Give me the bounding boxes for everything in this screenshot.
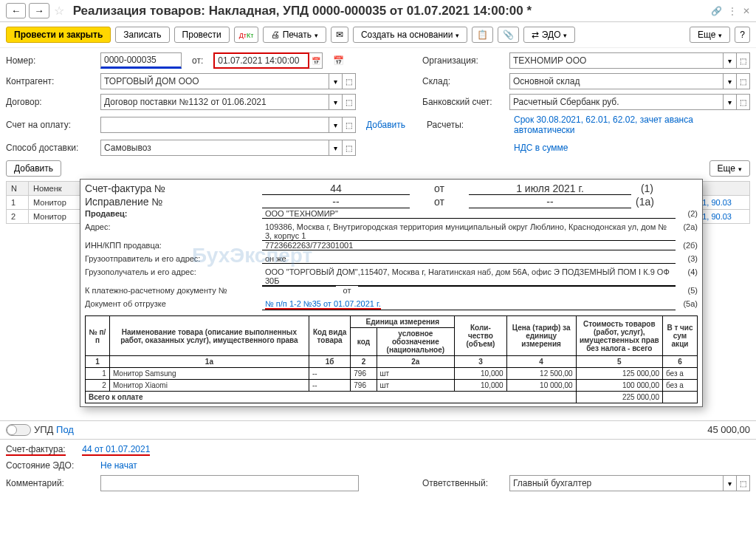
calc-link[interactable]: Срок 30.08.2021, 62.01, 62.02, зачет ава… xyxy=(514,115,750,135)
warehouse-open[interactable]: ⬚ xyxy=(737,73,750,89)
print-button[interactable]: 🖨 Печать▾ xyxy=(263,27,326,43)
vat-link[interactable]: НДС в сумме xyxy=(514,143,750,153)
counterparty-open[interactable]: ⬚ xyxy=(343,73,356,89)
calc-label: Расчеты: xyxy=(427,120,508,130)
warehouse-dropdown[interactable]: ▾ xyxy=(724,73,737,89)
bank-dropdown[interactable]: ▾ xyxy=(724,94,737,110)
write-button[interactable]: Записать xyxy=(115,27,169,43)
calendar2-icon[interactable]: 📅 xyxy=(333,55,344,66)
contract-dropdown[interactable]: ▾ xyxy=(329,94,343,110)
from-label: от: xyxy=(192,55,203,66)
add-link[interactable]: Добавить xyxy=(366,120,405,130)
col-n: N xyxy=(7,182,29,196)
page-title: Реализация товаров: Накладная, УПД 0000-… xyxy=(73,4,711,18)
payment-label: К платежно-расчетному документу № xyxy=(85,286,262,295)
sf-label: Счет-фактура: xyxy=(6,444,66,456)
addr-label: Адрес: xyxy=(85,222,262,231)
sf-num: 44 xyxy=(262,182,410,195)
total-value: 45 000,00 xyxy=(707,424,750,436)
invoice-item-row: 1Монитор Samsung--796шт10,00012 500,0012… xyxy=(86,368,698,380)
org-dropdown[interactable]: ▾ xyxy=(724,52,737,69)
shipper-value: он же xyxy=(262,254,676,264)
edo-state-link[interactable]: Не начат xyxy=(100,460,137,471)
close-icon[interactable]: ✕ xyxy=(743,6,750,16)
seller-value: ООО "ТЕХНОМИР" xyxy=(262,209,676,219)
post-close-button[interactable]: Провести и закрыть xyxy=(6,27,111,43)
edo-state-label: Состояние ЭДО: xyxy=(6,460,94,471)
number-label: Номер: xyxy=(6,55,94,66)
upd-label: УПД xyxy=(34,424,53,436)
date-field[interactable]: 01.07.2021 14:00:00 xyxy=(213,52,309,69)
addr-value: 109386, Москва г, Внутригородская террит… xyxy=(262,222,676,241)
mail-button[interactable]: ✉ xyxy=(331,27,348,43)
shipper-label: Грузоотправитель и его адрес: xyxy=(85,254,262,263)
post-button[interactable]: Провести xyxy=(174,27,230,43)
corr-label: Исправление № xyxy=(85,196,262,208)
sf-date: 1 июля 2021 г. xyxy=(469,182,631,195)
resp-field[interactable]: Главный бухгалтер xyxy=(509,475,724,491)
dtkt-button[interactable]: ДтКт xyxy=(234,27,259,43)
invoice-preview-popup: Счет-фактура № 44 от 1 июля 2021 г. (1) … xyxy=(80,179,703,407)
inn-label: ИНН/КПП продавца: xyxy=(85,241,262,250)
consignee-value: ООО "ТОРГОВЫЙ ДОМ",115407, Москва г, Наг… xyxy=(262,267,676,286)
seller-label: Продавец: xyxy=(85,209,262,218)
invoice-items-table: № п/п Наименование товара (описание выпо… xyxy=(85,315,698,403)
invoice-open[interactable]: ⬚ xyxy=(343,117,356,133)
more-button[interactable]: Еще▾ xyxy=(690,27,730,43)
delivery-dropdown[interactable]: ▾ xyxy=(329,140,343,156)
forward-button[interactable]: → xyxy=(29,3,49,18)
comment-label: Комментарий: xyxy=(6,478,94,488)
link-icon[interactable]: 🔗 xyxy=(711,6,722,16)
counterparty-label: Контрагент: xyxy=(6,76,94,86)
shipdoc-label: Документ об отгрузке xyxy=(85,299,262,308)
table-more-button[interactable]: Еще▾ xyxy=(709,160,750,177)
resp-open[interactable]: ⬚ xyxy=(737,475,750,491)
contract-open[interactable]: ⬚ xyxy=(343,94,356,110)
contract-label: Договор: xyxy=(6,97,94,107)
star-icon[interactable]: ☆ xyxy=(54,4,64,18)
invoice-field[interactable] xyxy=(100,117,329,133)
sf-link[interactable]: 44 от 01.07.2021 xyxy=(82,444,150,456)
attach-button[interactable]: 📎 xyxy=(498,27,519,43)
sf-num-label: Счет-фактура № xyxy=(85,182,262,194)
bank-label: Банковский счет: xyxy=(422,97,504,107)
create-based-button[interactable]: Создать на основании▾ xyxy=(353,27,468,43)
bank-field[interactable]: Расчетный Сбербанк руб. xyxy=(509,94,724,110)
shipdoc-link[interactable]: № п/п 1-2 №35 от 01.07.2021 г. xyxy=(265,299,381,310)
reg-button[interactable]: 📋 xyxy=(472,27,493,43)
invoice-item-row: 2Монитор Xiaomi--796шт10,00010 000,00100… xyxy=(86,380,698,392)
comment-field[interactable] xyxy=(100,475,359,491)
delivery-label: Способ доставки: xyxy=(6,143,94,153)
counterparty-field[interactable]: ТОРГОВЫЙ ДОМ ООО xyxy=(100,73,329,89)
number-field[interactable]: 0000-000035 xyxy=(100,52,182,69)
help-button[interactable]: ? xyxy=(735,27,750,43)
resp-label: Ответственный: xyxy=(422,478,504,488)
warehouse-field[interactable]: Основной склад xyxy=(509,73,724,89)
upd-toggle[interactable] xyxy=(6,424,31,436)
org-field[interactable]: ТЕХНОМИР ООО xyxy=(509,52,724,69)
menu-icon[interactable]: ⋮ xyxy=(728,6,737,16)
bank-open[interactable]: ⬚ xyxy=(737,94,750,110)
invoice-label: Счет на оплату: xyxy=(6,120,94,130)
add-row-button[interactable]: Добавить xyxy=(6,160,61,177)
invoice-dropdown[interactable]: ▾ xyxy=(329,117,343,133)
counterparty-dropdown[interactable]: ▾ xyxy=(329,73,343,89)
calendar-icon[interactable]: 📅 xyxy=(309,52,323,69)
edo-button[interactable]: ⇄ ЭДО▾ xyxy=(523,27,575,43)
org-open[interactable]: ⬚ xyxy=(737,52,750,69)
upd-link[interactable]: Под xyxy=(56,424,74,436)
resp-dropdown[interactable]: ▾ xyxy=(724,475,737,491)
delivery-field[interactable]: Самовывоз xyxy=(100,140,329,156)
inn-value: 7723662263/772301001 xyxy=(262,241,676,250)
consignee-label: Грузополучатель и его адрес: xyxy=(85,267,262,276)
warehouse-label: Склад: xyxy=(422,76,504,86)
delivery-open[interactable]: ⬚ xyxy=(343,140,356,156)
contract-field[interactable]: Договор поставки №1132 от 01.06.2021 xyxy=(100,94,329,110)
back-button[interactable]: ← xyxy=(6,3,26,18)
org-label: Организация: xyxy=(422,55,504,66)
